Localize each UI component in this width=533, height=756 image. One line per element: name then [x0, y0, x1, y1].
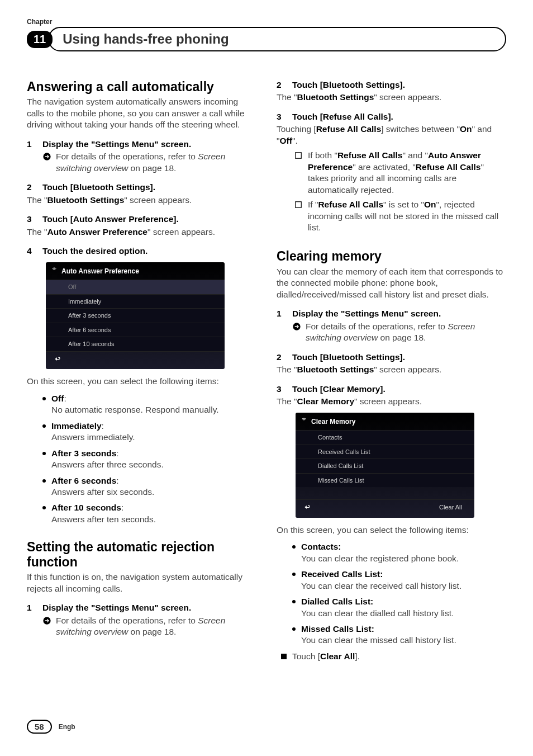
back-icon[interactable] — [302, 503, 312, 513]
chapter-label: Chapter — [27, 18, 506, 26]
ss-title: Auto Answer Preference — [61, 267, 139, 276]
rejection-intro: If this function is on, the navigation s… — [27, 571, 256, 594]
step-1-sub: For details of the operations, refer to … — [42, 151, 256, 174]
c-step-3-after: The "Clear Memory" screen appears. — [277, 396, 506, 407]
step-2-after: The "Bluetooth Settings" screen appears. — [27, 195, 256, 206]
aftershot-text: On this screen, you can select the follo… — [27, 376, 256, 387]
screenshot-auto-answer: Auto Answer Preference Off Immediately A… — [46, 262, 225, 369]
filled-square-icon — [281, 654, 287, 659]
page-number: 58 — [27, 720, 52, 734]
clearing-intro: You can clear the memory of each item th… — [277, 266, 506, 300]
r-step-3-after: Touching [Refuse All Calls] switches bet… — [277, 124, 506, 147]
back-icon[interactable] — [53, 355, 63, 365]
step-3-after: The "Auto Answer Preference" screen appe… — [27, 226, 256, 238]
antenna-icon — [51, 267, 57, 276]
ss-row-6s[interactable]: After 6 seconds — [46, 323, 225, 337]
clear-all-button[interactable]: Clear All — [439, 503, 468, 513]
opt-3s: After 3 seconds:Answers after three seco… — [42, 448, 256, 471]
ss-row-3s[interactable]: After 3 seconds — [46, 308, 225, 323]
chapter-title-wrap: Using hands-free phoning — [48, 27, 506, 51]
opt-6s: After 6 seconds:Answers after six second… — [42, 475, 256, 498]
goto-icon — [42, 615, 51, 638]
note-1: If both "Refuse All Calls" and "Auto Ans… — [294, 150, 506, 196]
c-step-3: 3Touch [Clear Memory]. — [277, 384, 506, 395]
copt-received: Received Calls List:You can clear the re… — [292, 569, 506, 592]
step-4: 4Touch the desired option. — [27, 245, 256, 257]
copt-missed: Missed Calls List:You can clear the miss… — [292, 623, 506, 646]
r-step-2-after: The "Bluetooth Settings" screen appears. — [277, 92, 506, 103]
language-label: Engb — [59, 723, 75, 731]
note-2: If "Refuse All Calls" is set to "On", re… — [294, 199, 506, 233]
rej-step-1: 1Display the "Settings Menu" screen. — [27, 602, 256, 613]
chapter-title: Using hands-free phoning — [63, 31, 494, 47]
c-step-2: 2Touch [Bluetooth Settings]. — [277, 352, 506, 363]
ss-row-immediately[interactable]: Immediately — [46, 294, 225, 309]
intro-text: The navigation system automatically answ… — [27, 96, 256, 130]
right-column: 2Touch [Bluetooth Settings]. The "Blueto… — [277, 79, 506, 662]
goto-icon — [42, 151, 51, 174]
opt-10s: After 10 seconds:Answers after ten secon… — [42, 502, 256, 525]
step-3: 3Touch [Auto Answer Preference]. — [27, 214, 256, 225]
heading-clearing: Clearing memory — [277, 249, 506, 263]
chapter-bar: 11 Using hands-free phoning — [27, 27, 506, 51]
tail-instruction: Touch [Clear All]. — [281, 651, 506, 662]
screenshot-clear-memory: Clear Memory Contacts Received Calls Lis… — [296, 413, 474, 517]
ss2-missed[interactable]: Missed Calls List — [296, 473, 474, 488]
c-step-1-sub: For details of the operations, refer to … — [292, 321, 506, 344]
ss-row-off[interactable]: Off — [46, 280, 225, 294]
page-footer: 58 Engb — [27, 720, 75, 734]
aftershot2-text: On this screen, you can select the follo… — [277, 525, 506, 536]
ss-row-10s[interactable]: After 10 seconds — [46, 337, 225, 351]
ss2-contacts[interactable]: Contacts — [296, 430, 474, 445]
opt-off: Off:No automatic response. Respond manua… — [42, 393, 256, 416]
copt-dialled: Dialled Calls List:You can clear the dia… — [292, 596, 506, 619]
ss2-received[interactable]: Received Calls List — [296, 445, 474, 459]
note-icon — [294, 150, 302, 196]
r-step-2: 2Touch [Bluetooth Settings]. — [277, 79, 506, 91]
copt-contacts: Contacts:You can clear the registered ph… — [292, 541, 506, 564]
heading-rejection: Setting the automatic rejection function — [27, 540, 256, 569]
opt-immediately: Immediately:Answers immediately. — [42, 420, 256, 443]
c-step-1: 1Display the "Settings Menu" screen. — [277, 308, 506, 319]
r-step-3: 3Touch [Refuse All Calls]. — [277, 111, 506, 122]
step-2: 2Touch [Bluetooth Settings]. — [27, 182, 256, 193]
step-1: 1Display the "Settings Menu" screen. — [27, 139, 256, 150]
antenna-icon — [301, 417, 307, 427]
svg-rect-1 — [296, 202, 302, 208]
heading-answering: Answering a call automatically — [27, 79, 256, 94]
ss2-dialled[interactable]: Dialled Calls List — [296, 459, 474, 473]
left-column: Answering a call automatically The navig… — [27, 79, 256, 662]
goto-icon — [292, 321, 301, 344]
rej-step-1-sub: For details of the operations, refer to … — [42, 615, 256, 638]
note-icon — [294, 199, 302, 233]
c-step-2-after: The "Bluetooth Settings" screen appears. — [277, 364, 506, 375]
ss2-title: Clear Memory — [311, 418, 355, 427]
svg-rect-0 — [296, 153, 302, 159]
